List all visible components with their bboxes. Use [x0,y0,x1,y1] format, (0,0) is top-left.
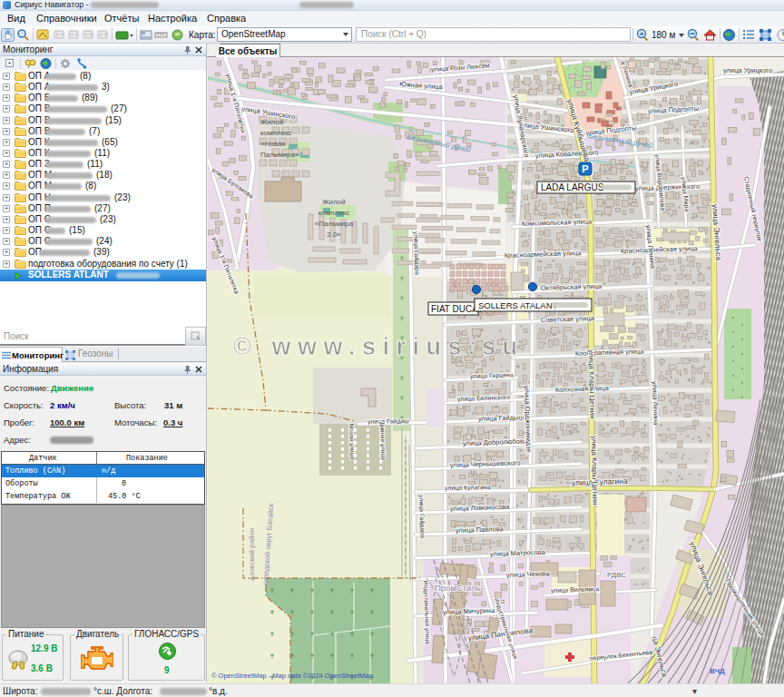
svg-text:«Пальмира: «Пальмира [315,220,354,228]
svg-text:Жилой: Жилой [260,118,284,126]
svg-text:© OpenStreetMap - Map data ©20: © OpenStreetMap - Map data ©2024 OpenStr… [211,672,373,680]
svg-text:улица Ленина: улица Ленина [651,381,661,427]
svg-text:комплекс: комплекс [318,209,350,217]
svg-text:P: P [582,163,588,174]
svg-text:улица Павлова: улица Павлова [456,525,505,535]
svg-text:ПромСталь: ПромСталь [435,583,481,593]
svg-text:Жилой: Жилой [322,198,346,206]
svg-text:LADA LARGUS: LADA LARGUS [541,182,604,192]
svg-text:улица Клары Цеткин: улица Клары Цеткин [590,436,599,506]
svg-text:улица Чехова: улица Чехова [506,569,551,579]
svg-text:улица Клары Цеткин: улица Клары Цеткин [587,349,596,419]
svg-text:улица Гайдыш: улица Гайдыш [478,413,524,423]
svg-text:комплекс: комплекс [260,129,292,137]
svg-text:ВЧД: ВЧД [710,667,725,675]
svg-text:улица Урицкого: улица Урицкого [723,66,772,74]
svg-text:2.0»: 2.0» [327,231,341,239]
svg-text:Азовский район: Азовский район [248,528,256,581]
svg-text:© www.sirius.su: © www.sirius.su [233,333,524,360]
svg-text:+: + [640,30,644,38]
svg-text:SOLLERS ATALANT: SOLLERS ATALANT [478,300,557,310]
svg-text:РДВС: РДВС [607,571,626,579]
svg-text:«Новая: «Новая [260,140,286,148]
svg-text:Пальмира»: Пальмира» [260,151,299,159]
